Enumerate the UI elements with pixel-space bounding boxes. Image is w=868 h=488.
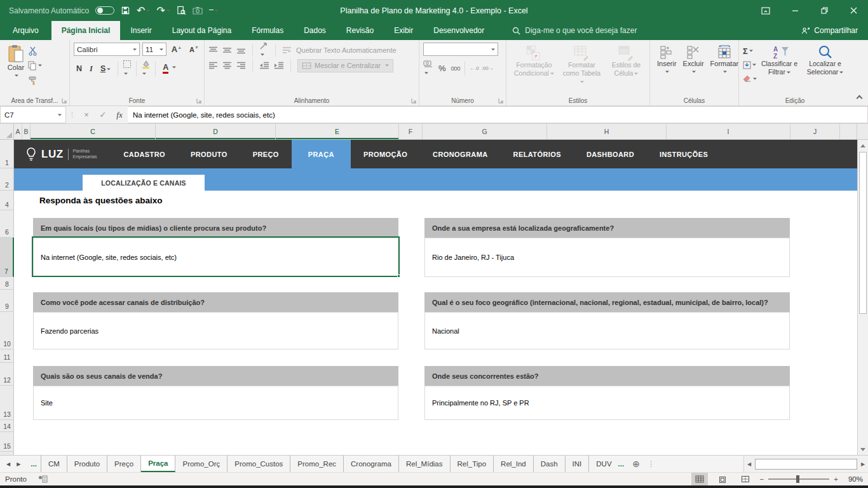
column-header-I[interactable]: I xyxy=(667,124,790,139)
delete-dropdown[interactable] xyxy=(691,67,696,75)
share-button[interactable]: Compartilhar xyxy=(801,21,868,40)
row-header-11[interactable]: 11 xyxy=(0,349,14,363)
bold-button[interactable]: N xyxy=(74,64,85,73)
tab-revisao[interactable]: Revisão xyxy=(336,21,384,40)
font-name-select[interactable]: Calibri xyxy=(74,43,140,56)
row-header-2[interactable]: 2 xyxy=(0,168,14,191)
row-header-8[interactable]: 8 xyxy=(0,277,14,290)
insert-cells-button[interactable]: Inserir xyxy=(654,43,680,94)
sheet-tab-cronograma[interactable]: Cronograma xyxy=(344,456,399,472)
macro-record-icon[interactable] xyxy=(38,475,48,483)
dialog-launcher-icon[interactable] xyxy=(196,98,202,104)
question-header[interactable]: Quais são os seus canais de venda? xyxy=(33,366,398,386)
question-header[interactable]: Qual é o seu foco geográfico (internacio… xyxy=(424,292,790,312)
autosave-toggle[interactable] xyxy=(95,6,114,15)
delete-cells-button[interactable]: Excluir xyxy=(680,43,707,94)
horizontal-scrollbar[interactable]: ◀ ▶ xyxy=(743,456,868,472)
autosum-icon[interactable]: Σ xyxy=(743,45,757,57)
format-cells-button[interactable]: Formatar xyxy=(707,43,742,94)
wrap-text-label[interactable]: Quebrar Texto Automaticamente xyxy=(296,46,397,54)
column-header-stub[interactable] xyxy=(840,124,857,139)
insert-dropdown[interactable] xyxy=(664,67,669,75)
select-all-corner[interactable] xyxy=(0,124,14,139)
align-middle-icon[interactable] xyxy=(222,46,232,54)
confirm-icon[interactable]: ✓ xyxy=(95,106,111,123)
answer-cell[interactable]: Principalmente no RJ, SP e PR xyxy=(424,386,790,420)
tab-dados[interactable]: Dados xyxy=(294,21,336,40)
normal-view-icon[interactable] xyxy=(691,473,708,485)
nav-item-preco[interactable]: PREÇO xyxy=(240,140,292,168)
row-header-10[interactable]: 10 xyxy=(0,312,14,349)
column-header-B[interactable]: B xyxy=(22,124,31,139)
horizontal-scroll-thumb[interactable] xyxy=(755,459,857,470)
tab-layout-da-pagina[interactable]: Layout da Página xyxy=(162,21,241,40)
zoom-level[interactable]: 90% xyxy=(843,475,863,483)
row-header-14[interactable]: 14 xyxy=(0,420,14,432)
redo-icon[interactable]: ↷ xyxy=(156,6,170,16)
add-sheet-icon[interactable]: ⊕ xyxy=(628,456,644,472)
scroll-down-icon[interactable] xyxy=(858,444,868,455)
tab-arquivo[interactable]: Arquivo xyxy=(0,21,51,40)
answer-cell[interactable]: Nacional xyxy=(424,312,790,349)
number-format-select[interactable] xyxy=(423,43,498,56)
tab-pagina-inicial[interactable]: Página Inicial xyxy=(51,21,121,40)
font-size-select[interactable]: 11 xyxy=(142,43,166,56)
sheet-tab-promo-orc[interactable]: Promo_Orç xyxy=(175,456,227,472)
close-icon[interactable] xyxy=(839,0,868,21)
fill-color-icon[interactable] xyxy=(141,60,151,78)
customize-qat-icon[interactable] xyxy=(209,9,219,13)
column-header-H[interactable]: H xyxy=(547,124,667,139)
comma-style-icon[interactable]: 000 xyxy=(451,65,460,72)
answer-cell[interactable]: Fazendo parcerias xyxy=(33,312,398,349)
sheet-tab-produto[interactable]: Produto xyxy=(67,456,107,472)
restore-icon[interactable] xyxy=(810,0,839,21)
scroll-up-icon[interactable] xyxy=(858,140,868,151)
sheet-tab-rel-midias[interactable]: Rel_Mídias xyxy=(399,456,451,472)
row-header-7[interactable]: 7 xyxy=(0,238,14,277)
page-break-view-icon[interactable] xyxy=(737,473,754,485)
camera-icon[interactable] xyxy=(193,6,203,15)
shrink-font-icon[interactable]: A▼ xyxy=(187,45,201,53)
decrease-decimal-icon[interactable]: .00→ xyxy=(482,65,494,71)
sort-filter-button[interactable]: AZ Classificar e Filtrar xyxy=(757,43,802,94)
zoom-slider[interactable] xyxy=(768,478,829,480)
align-center-icon[interactable] xyxy=(222,62,232,69)
dialog-launcher-icon[interactable] xyxy=(498,98,504,104)
name-box-dropdown[interactable] xyxy=(57,111,62,119)
dialog-launcher-icon[interactable] xyxy=(62,98,67,104)
italic-button[interactable]: I xyxy=(87,64,95,74)
cut-icon[interactable] xyxy=(28,45,42,57)
nav-item-praca[interactable]: PRAÇA xyxy=(292,140,351,168)
column-header-G[interactable]: G xyxy=(423,124,547,139)
align-top-icon[interactable] xyxy=(208,46,218,54)
nav-item-dashboard[interactable]: DASHBOARD xyxy=(574,140,647,168)
align-left-icon[interactable] xyxy=(208,62,218,69)
cancel-icon[interactable]: × xyxy=(78,106,95,123)
sheet-tab-dash[interactable]: Dash xyxy=(534,456,566,472)
answer-cell[interactable]: Na internet (Google, site, redes sociais… xyxy=(33,238,398,277)
question-header[interactable]: Como você pode acessar canais de distrib… xyxy=(33,292,398,312)
insert-function-icon[interactable]: fx xyxy=(111,106,128,123)
column-header-F[interactable]: F xyxy=(399,124,423,139)
increase-decimal-icon[interactable]: ←.0 xyxy=(470,65,479,71)
vertical-scrollbar[interactable] xyxy=(857,140,868,455)
sheet-overflow-right[interactable]: ... xyxy=(614,456,628,472)
question-header[interactable]: Em quais locais (ou tipos de mídias) o c… xyxy=(33,218,398,238)
increase-indent-icon[interactable] xyxy=(274,62,284,69)
vertical-scroll-thumb[interactable] xyxy=(859,152,867,314)
paste-button[interactable]: Colar xyxy=(4,43,28,94)
sheet-tab-praca[interactable]: Praça xyxy=(141,456,175,472)
decrease-indent-icon[interactable] xyxy=(259,62,269,69)
answer-cell[interactable]: Site xyxy=(33,386,398,420)
nav-item-promocao[interactable]: PROMOÇÃO xyxy=(351,140,420,168)
align-right-icon[interactable] xyxy=(236,62,246,69)
clear-icon[interactable] xyxy=(743,73,757,85)
dialog-launcher-icon[interactable] xyxy=(411,98,417,104)
subtab-localizacao-e-canais[interactable]: LOCALIZAÇÃO E CANAIS xyxy=(83,175,205,191)
borders-icon[interactable] xyxy=(123,60,132,78)
row-header-4[interactable]: 4 xyxy=(0,192,14,210)
question-header[interactable]: Onde a sua empresa está localizada geogr… xyxy=(424,218,790,238)
sheet-next-icon[interactable]: ▶ xyxy=(14,461,23,467)
font-color-icon[interactable]: A xyxy=(160,64,179,74)
sheet-tab-promo-rec[interactable]: Promo_Rec xyxy=(290,456,344,472)
